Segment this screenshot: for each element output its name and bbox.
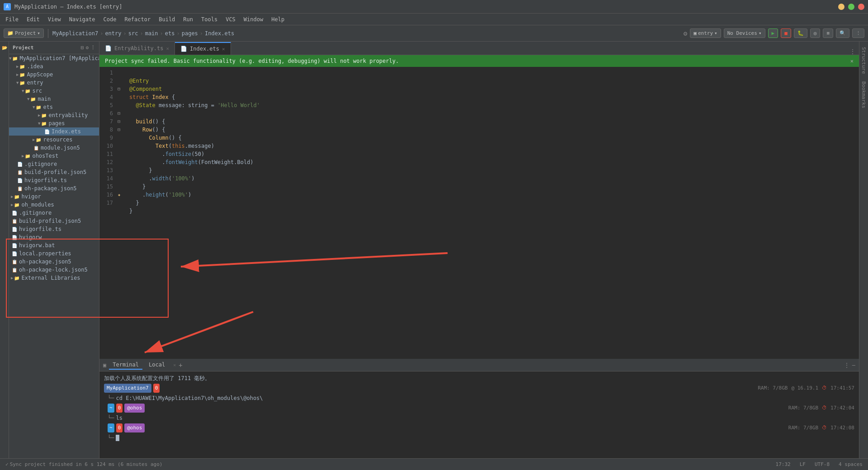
- tree-item-idea[interactable]: ▶ 📁 .idea: [9, 62, 99, 70]
- menu-navigate[interactable]: Navigate: [66, 15, 99, 24]
- tree-item-index-ets[interactable]: 📄 Index.ets: [9, 127, 99, 136]
- search-everywhere-button[interactable]: 🔍: [836, 28, 849, 38]
- tab-entryability[interactable]: 📄 EntryAbility.ts ✕: [99, 42, 175, 55]
- settings-tree-icon[interactable]: ⚙: [85, 45, 89, 51]
- tree-item-gitignore-root[interactable]: 📄 .gitignore: [9, 209, 99, 217]
- tab-close-icon[interactable]: ✕: [222, 46, 225, 52]
- tab-index-ets[interactable]: 📄 Index.ets ✕: [175, 42, 231, 55]
- terminal-content[interactable]: 加载个人及系统配置文件用了 1711 毫秒。 MyApplication7 0 …: [99, 371, 859, 458]
- tree-item-ets[interactable]: ▼ 📁 ets: [9, 103, 99, 111]
- folder-icon: 📁: [25, 89, 30, 94]
- menu-view[interactable]: View: [44, 15, 65, 24]
- maximize-button[interactable]: ❐: [848, 4, 854, 10]
- terminal-tab-local[interactable]: Local: [145, 361, 169, 370]
- terminal-add-button[interactable]: +: [179, 362, 182, 369]
- menu-tools[interactable]: Tools: [198, 15, 221, 24]
- clock-icon-1: ⏱: [822, 384, 827, 392]
- run-button[interactable]: ▶: [768, 28, 778, 38]
- tree-item-label: build-profile.json5: [19, 218, 81, 224]
- tree-item-build-profile-root[interactable]: 📋 build-profile.json5: [9, 217, 99, 225]
- tree-item-hvigorfile-ts-entry[interactable]: 📄 hvigorfile.ts: [9, 176, 99, 184]
- breadcrumb-main[interactable]: main: [145, 30, 158, 37]
- line-ending-status[interactable]: LF: [798, 461, 807, 468]
- check-icon: ✓: [5, 461, 9, 467]
- tree-item-gitignore-entry[interactable]: 📄 .gitignore: [9, 160, 99, 168]
- tree-item-oh-package-entry[interactable]: 📋 oh-package.json5: [9, 184, 99, 193]
- tree-item-module-json5[interactable]: 📋 module.json5: [9, 144, 99, 152]
- sidebar-icon-project[interactable]: 📂: [0, 43, 9, 52]
- menu-run[interactable]: Run: [179, 15, 197, 24]
- tree-item-external-libraries[interactable]: ▶ 📁 External Libraries: [9, 274, 99, 282]
- indent-status[interactable]: 4 spaces: [837, 461, 864, 468]
- tree-item-hvigorw[interactable]: 📄 hvigorw: [9, 233, 99, 241]
- tree-item-oh-package-root[interactable]: 📋 oh-package.json5: [9, 258, 99, 266]
- tree-item-label: hvigorw.bat: [19, 242, 55, 249]
- more-actions-button[interactable]: ⋮: [852, 28, 864, 38]
- breadcrumb-file[interactable]: Index.ets: [205, 30, 234, 37]
- menu-edit[interactable]: Edit: [23, 15, 43, 24]
- tree-item-appscope[interactable]: ▶ 📁 AppScope: [9, 70, 99, 79]
- debug-button[interactable]: 🐛: [794, 28, 807, 38]
- notification-close-icon[interactable]: ✕: [850, 58, 854, 64]
- tree-item-entryability[interactable]: ▶ 📁 entryability: [9, 111, 99, 119]
- project-dropdown[interactable]: 📁 Project ▾: [4, 28, 44, 38]
- line-col-status[interactable]: 17:32: [774, 461, 793, 468]
- tab-close-icon[interactable]: ✕: [166, 46, 169, 52]
- breadcrumb-ets[interactable]: ets: [165, 30, 175, 37]
- sidebar-structure-label[interactable]: Structure: [860, 43, 868, 78]
- tab-label: Index.ets: [190, 46, 219, 52]
- terminal-more-icon[interactable]: ⋮: [844, 362, 849, 368]
- terminal-minimize-icon[interactable]: –: [852, 362, 855, 368]
- tree-item-entry[interactable]: ▼ 📁 entry: [9, 79, 99, 87]
- sync-status[interactable]: ✓ Sync project finished in 6 s 124 ms (6…: [4, 461, 164, 468]
- tree-item-oh-package-lock[interactable]: 📋 oh-package-lock.json5: [9, 266, 99, 274]
- menu-window[interactable]: Window: [240, 15, 267, 24]
- tree-item-local-properties[interactable]: 📄 local.properties: [9, 249, 99, 258]
- entry-dropdown[interactable]: ▣ entry ▾: [690, 28, 721, 38]
- breadcrumb-app[interactable]: MyApplication7: [52, 30, 98, 37]
- tree-item-hvigor[interactable]: ▶ 📁 hvigor: [9, 193, 99, 201]
- menu-file[interactable]: File: [2, 15, 22, 24]
- terminal-tab-terminal[interactable]: Terminal: [109, 361, 142, 370]
- collapse-all-icon[interactable]: ⊟: [81, 45, 84, 51]
- menu-help[interactable]: Help: [268, 15, 288, 24]
- charset-status[interactable]: UTF-8: [813, 461, 831, 468]
- minimize-button[interactable]: –: [838, 4, 844, 10]
- more-tabs-button[interactable]: ⋮: [846, 48, 859, 55]
- code-content[interactable]: @Entry @Component struct Index { @State …: [126, 67, 859, 359]
- menu-refactor[interactable]: Refactor: [121, 15, 154, 24]
- gutter-line-3: ⊟: [118, 85, 125, 93]
- toolbar-separator-1: [48, 29, 48, 38]
- tree-item-hvigorfile-ts-root[interactable]: 📄 hvigorfile.ts: [9, 225, 99, 233]
- breadcrumb-pages[interactable]: pages: [182, 30, 198, 37]
- settings-icon[interactable]: ⚙: [684, 30, 687, 37]
- tree-item-pages[interactable]: ▼ 📁 pages: [9, 119, 99, 127]
- tree-item-main[interactable]: ▼ 📁 main: [9, 95, 99, 103]
- tree-item-ohostest[interactable]: ▶ 📁 ohosTest: [9, 152, 99, 160]
- tree-item-oh-modules[interactable]: ▶ 📁 oh_modules: [9, 201, 99, 209]
- more-tree-icon[interactable]: ⋮: [90, 45, 95, 51]
- profile-button[interactable]: ◎: [810, 28, 821, 38]
- terminal-close-icon[interactable]: ✕: [173, 362, 176, 367]
- menu-build[interactable]: Build: [155, 15, 179, 24]
- tree-item-label: resources: [43, 136, 72, 143]
- breadcrumb-src[interactable]: src: [128, 30, 138, 37]
- close-button[interactable]: ✕: [858, 4, 864, 10]
- code-editor[interactable]: 1 2 3 4 5 6 7 8 9 10 11 12 13 14 15 16 1: [99, 67, 859, 359]
- device-dropdown[interactable]: No Devices ▾: [724, 28, 765, 38]
- tree-item-myapplication7[interactable]: ▼ 📁 MyApplication7 [MyApplication: [9, 54, 99, 62]
- stop-icon: ■: [784, 30, 788, 36]
- menu-vcs[interactable]: VCS: [222, 15, 239, 24]
- tree-item-label: oh-package.json5: [24, 185, 77, 192]
- coverage-button[interactable]: ≡: [823, 28, 833, 38]
- tree-item-src[interactable]: ▼ 📁 src: [9, 87, 99, 95]
- terminal-blue-dot-1: ~: [108, 404, 114, 413]
- sidebar-bookmarks-label[interactable]: Bookmarks: [860, 78, 868, 112]
- tree-item-build-profile-entry[interactable]: 📋 build-profile.json5: [9, 168, 99, 176]
- terminal-line-cursor: └─: [104, 434, 854, 442]
- breadcrumb-entry[interactable]: entry: [105, 30, 121, 37]
- stop-button[interactable]: ■: [781, 28, 791, 38]
- tree-item-resources[interactable]: ▶ 📁 resources: [9, 136, 99, 144]
- menu-code[interactable]: Code: [100, 15, 120, 24]
- tree-item-hvigorw-bat[interactable]: 📄 hvigorw.bat: [9, 241, 99, 249]
